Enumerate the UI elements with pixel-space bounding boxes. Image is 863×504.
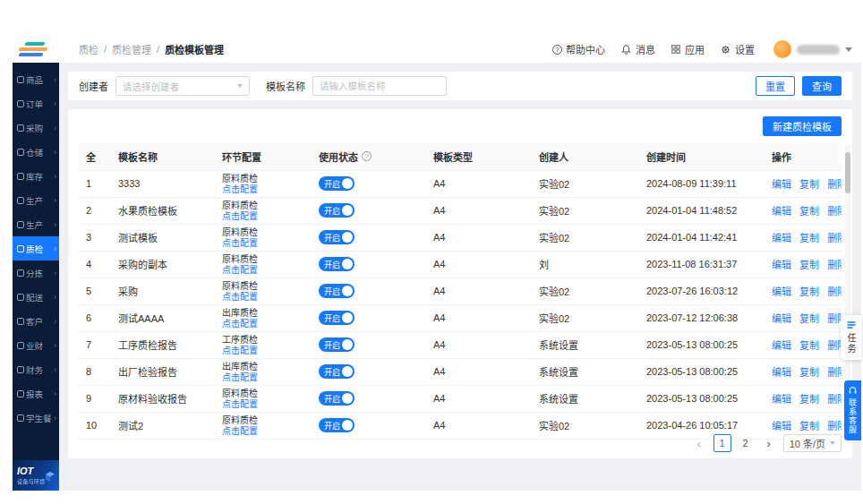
configure-link[interactable]: 点击配置 (222, 346, 258, 355)
menu-icon (17, 221, 24, 228)
delete-link[interactable]: 删除 (827, 286, 842, 297)
sidebar-item[interactable]: 客户 › (13, 309, 59, 333)
edit-link[interactable]: 编辑 (772, 340, 791, 351)
delete-link[interactable]: 删除 (827, 421, 842, 431)
configure-link[interactable]: 点击配置 (222, 211, 258, 221)
copy-link[interactable]: 复制 (799, 179, 819, 190)
stage-label: 原料质检 (222, 201, 304, 211)
breadcrumb-item[interactable]: 质检 (79, 42, 98, 56)
sidebar-item[interactable]: 商品 › (13, 67, 59, 91)
sidebar-item[interactable]: 库存 › (13, 164, 59, 188)
edit-link[interactable]: 编辑 (772, 367, 791, 378)
delete-link[interactable]: 删除 (827, 260, 842, 270)
scrollbar-thumb[interactable] (845, 152, 850, 193)
copy-link[interactable]: 复制 (799, 233, 819, 243)
creator-select[interactable]: 请选择创建者 (115, 76, 250, 96)
status-toggle[interactable]: 开启 (319, 284, 355, 298)
page-size-select[interactable]: 10 条/页 (783, 434, 842, 452)
configure-link[interactable]: 点击配置 (222, 238, 258, 248)
new-template-button[interactable]: 新建质检模板 (763, 116, 842, 136)
next-page-button[interactable]: › (760, 434, 778, 452)
status-cell: 开启 (312, 331, 426, 358)
tasks-button[interactable]: 任务 (841, 315, 861, 360)
copy-link[interactable]: 复制 (799, 394, 819, 405)
help-center-button[interactable]: ? 帮助中心 (552, 42, 605, 56)
configure-link[interactable]: 点击配置 (222, 184, 258, 194)
page-button-1[interactable]: 1 (713, 434, 731, 452)
delete-link[interactable]: 删除 (827, 340, 842, 351)
edit-link[interactable]: 编辑 (772, 286, 791, 297)
chevron-right-icon: › (54, 389, 56, 398)
sidebar-item[interactable]: 业财 › (13, 333, 59, 357)
page-button-2[interactable]: 2 (737, 434, 755, 452)
sidebar-item[interactable]: 仓储 › (13, 140, 59, 164)
delete-link[interactable]: 删除 (827, 206, 842, 217)
sidebar-item[interactable]: 配送 › (13, 285, 59, 309)
cube-icon (43, 470, 57, 484)
edit-link[interactable]: 编辑 (772, 421, 791, 431)
sidebar-item[interactable]: 报表 › (13, 381, 59, 406)
stage-cell: 工序质检 点击配置 (215, 331, 312, 358)
contact-service-button[interactable]: 联系客服 (844, 380, 861, 440)
sidebar-item[interactable]: 学生餐 › (13, 406, 59, 430)
apps-button[interactable]: 应用 (671, 42, 705, 56)
apps-grid-icon (671, 44, 681, 55)
status-toggle[interactable]: 开启 (319, 176, 355, 191)
sidebar-item[interactable]: 质检 › (13, 236, 59, 261)
configure-link[interactable]: 点击配置 (222, 426, 258, 436)
status-toggle[interactable]: 开启 (319, 203, 355, 218)
edit-link[interactable]: 编辑 (772, 313, 791, 324)
content-area: 创建者 请选择创建者 模板名称 重置 查询 新建质检模板 全 (59, 63, 861, 491)
sidebar-item-label: 客户 (26, 315, 52, 328)
table-row: 8 出厂检验报告 出库质检 点击配置 开启 (79, 358, 842, 385)
delete-link[interactable]: 删除 (827, 367, 842, 378)
stage-label: 出库质检 (222, 362, 304, 372)
delete-link[interactable]: 删除 (827, 313, 842, 324)
edit-link[interactable]: 编辑 (772, 179, 791, 190)
copy-link[interactable]: 复制 (799, 421, 819, 431)
prev-page-button[interactable]: ‹ (690, 434, 708, 452)
status-toggle[interactable]: 开启 (319, 230, 355, 244)
delete-link[interactable]: 删除 (827, 179, 842, 190)
status-toggle[interactable]: 开启 (319, 311, 355, 325)
column-header-stage: 环节配置 (215, 143, 312, 170)
edit-link[interactable]: 编辑 (772, 394, 791, 405)
user-menu[interactable] (773, 40, 852, 58)
sidebar-item[interactable]: 生产 › (13, 212, 59, 236)
sidebar-item[interactable]: 采购 › (13, 115, 59, 140)
sidebar-item[interactable]: 生产 › (13, 188, 59, 212)
edit-link[interactable]: 编辑 (772, 206, 791, 217)
configure-link[interactable]: 点击配置 (222, 372, 258, 382)
copy-link[interactable]: 复制 (799, 206, 819, 217)
created-time: 2023-05-13 08:00:25 (639, 331, 765, 358)
configure-link[interactable]: 点击配置 (222, 265, 258, 275)
template-name: 采购 (111, 278, 215, 304)
edit-link[interactable]: 编辑 (772, 260, 791, 270)
status-toggle[interactable]: 开启 (319, 418, 355, 432)
sidebar-item[interactable]: 订单 › (13, 91, 59, 115)
search-button[interactable]: 查询 (802, 76, 842, 96)
reset-button[interactable]: 重置 (756, 76, 795, 96)
sidebar-item[interactable]: 分拣 › (13, 261, 59, 285)
settings-button[interactable]: 设置 (720, 42, 755, 56)
status-toggle[interactable]: 开启 (319, 337, 355, 352)
configure-link[interactable]: 点击配置 (222, 319, 258, 329)
copy-link[interactable]: 复制 (799, 260, 819, 270)
messages-button[interactable]: 消息 (620, 42, 655, 56)
status-toggle[interactable]: 开启 (319, 391, 355, 406)
configure-link[interactable]: 点击配置 (222, 399, 258, 409)
edit-link[interactable]: 编辑 (772, 233, 791, 243)
status-toggle[interactable]: 开启 (319, 364, 355, 379)
copy-link[interactable]: 复制 (799, 340, 819, 351)
status-toggle[interactable]: 开启 (319, 257, 355, 271)
sidebar-item[interactable]: 财务 › (13, 357, 59, 381)
configure-link[interactable]: 点击配置 (222, 292, 258, 302)
info-icon[interactable]: ? (362, 151, 372, 161)
copy-link[interactable]: 复制 (799, 367, 819, 378)
copy-link[interactable]: 复制 (799, 286, 819, 297)
breadcrumb-item[interactable]: 质检管理 (112, 42, 151, 56)
copy-link[interactable]: 复制 (799, 313, 819, 324)
delete-link[interactable]: 删除 (827, 394, 842, 405)
delete-link[interactable]: 删除 (827, 233, 842, 243)
template-name-input[interactable] (312, 76, 447, 96)
